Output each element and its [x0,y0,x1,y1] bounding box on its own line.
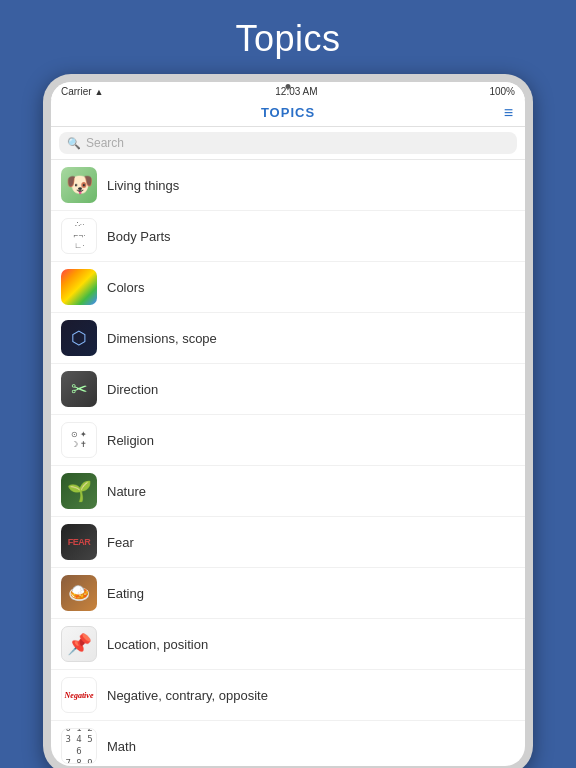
list-item[interactable]: Colors [51,262,525,313]
topic-label: Math [107,739,136,754]
topic-label: Fear [107,535,134,550]
location-icon: 📌 [61,626,97,662]
list-item[interactable]: ∴ · · ⌐ ¬ · ∟ · Body Parts [51,211,525,262]
menu-icon[interactable]: ≡ [504,104,513,122]
topic-label: Dimensions, scope [107,331,217,346]
topic-label: Colors [107,280,145,295]
negative-icon: Negative [61,677,97,713]
nature-icon: 🌱 [61,473,97,509]
time-label: 12:03 AM [275,86,317,97]
list-item[interactable]: 🐶 Living things [51,160,525,211]
list-item[interactable]: FEAR Fear [51,517,525,568]
search-input-container[interactable]: 🔍 Search [59,132,517,154]
tablet-screen: Carrier ▲ 12:03 AM 100% TOPICS ≡ 🔍 Searc… [51,82,525,766]
list-item[interactable]: 🌱 Nature [51,466,525,517]
search-placeholder: Search [86,136,124,150]
nav-title: TOPICS [261,105,315,120]
topic-label: Nature [107,484,146,499]
carrier-label: Carrier ▲ [61,86,103,97]
search-bar: 🔍 Search [51,127,525,160]
list-item[interactable]: 🍛 Eating [51,568,525,619]
carrier-text: Carrier [61,86,92,97]
topic-label: Body Parts [107,229,171,244]
list-item[interactable]: 📌 Location, position [51,619,525,670]
list-item[interactable]: ⬡ Dimensions, scope [51,313,525,364]
math-icon: 0 1 2 3 4 5 6 7 8 9 [61,728,97,764]
topic-list: 🐶 Living things ∴ · · ⌐ ¬ · ∟ · Body Par… [51,160,525,766]
living-icon: 🐶 [61,167,97,203]
topic-label: Location, position [107,637,208,652]
battery-label: 100% [489,86,515,97]
page-title: Topics [235,18,340,60]
list-item[interactable]: 0 1 2 3 4 5 6 7 8 9 Math [51,721,525,766]
nav-bar: TOPICS ≡ [51,99,525,127]
search-icon: 🔍 [67,137,81,150]
direction-icon: ✂ [61,371,97,407]
colors-icon [61,269,97,305]
list-item[interactable]: ⊙ ✦ ☽ ✝ Religion [51,415,525,466]
eating-icon: 🍛 [61,575,97,611]
topic-label: Direction [107,382,158,397]
tablet-frame: Carrier ▲ 12:03 AM 100% TOPICS ≡ 🔍 Searc… [43,74,533,768]
topic-label: Living things [107,178,179,193]
signal-icon: ▲ [95,87,104,97]
list-item[interactable]: ✂ Direction [51,364,525,415]
camera-dot [286,84,291,89]
religion-icon: ⊙ ✦ ☽ ✝ [61,422,97,458]
list-item[interactable]: Negative Negative, contrary, opposite [51,670,525,721]
body-icon: ∴ · · ⌐ ¬ · ∟ · [61,218,97,254]
topic-label: Negative, contrary, opposite [107,688,268,703]
topic-label: Religion [107,433,154,448]
dimensions-icon: ⬡ [61,320,97,356]
fear-icon: FEAR [61,524,97,560]
topic-label: Eating [107,586,144,601]
